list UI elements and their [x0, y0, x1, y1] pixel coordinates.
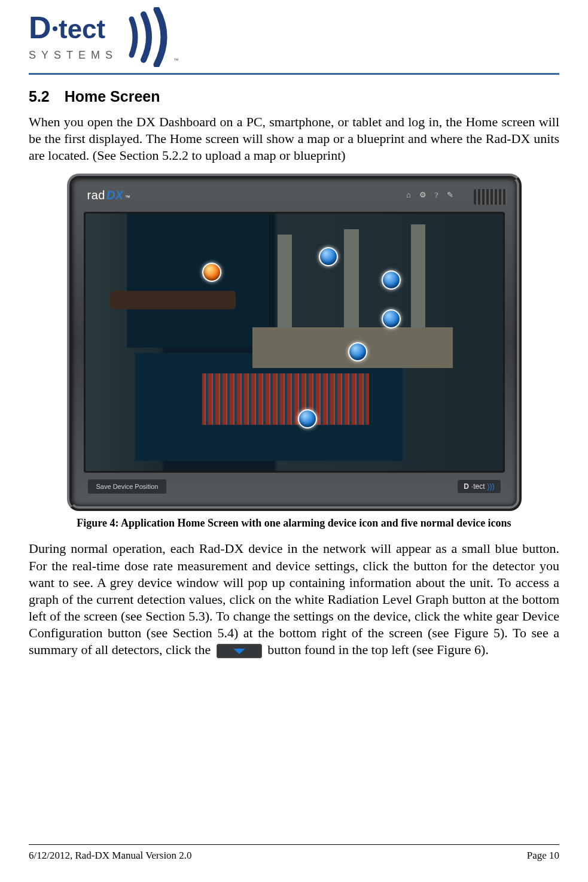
figure-caption: Figure 4: Application Home Screen with o…	[67, 517, 522, 530]
top-icon-row: ⌂ ⚙ ? ✎	[406, 190, 453, 200]
home-icon[interactable]: ⌂	[406, 190, 411, 200]
rad-dx-logo: radDX™	[87, 188, 131, 202]
app-topbar: radDX™ ⌂ ⚙ ? ✎	[84, 184, 505, 206]
dtect-logo-svg: D tect SYSTEMS ™	[29, 7, 184, 67]
svg-text:™: ™	[173, 57, 179, 63]
paragraph-2: During normal operation, each Rad-DX dev…	[29, 540, 559, 658]
inline-summary-button[interactable]	[217, 644, 262, 658]
device-marker-alarm[interactable]	[202, 263, 221, 282]
help-icon[interactable]: ?	[435, 190, 438, 200]
device-marker-2[interactable]	[382, 270, 401, 290]
device-marker-3[interactable]	[382, 309, 401, 329]
app-bottom-bar: Save Device Position D·tect )))	[84, 474, 505, 499]
svg-point-1	[53, 26, 57, 31]
page-header: D tect SYSTEMS ™	[29, 0, 559, 75]
svg-text:D: D	[29, 10, 51, 45]
app-frame: radDX™ ⌂ ⚙ ? ✎	[67, 174, 522, 511]
section-heading: 5.2 Home Screen	[29, 88, 559, 105]
section-title: Home Screen	[65, 88, 160, 105]
page-footer: 6/12/2012, Rad-DX Manual Version 2.0 Pag…	[29, 844, 559, 862]
dtect-mini-logo: D·tect )))	[457, 479, 501, 494]
save-device-position-button[interactable]: Save Device Position	[87, 479, 167, 494]
paragraph-1: When you open the DX Dashboard on a PC, …	[29, 114, 559, 164]
chevron-down-icon	[233, 649, 245, 654]
vent-grille	[474, 189, 507, 205]
map-area[interactable]	[84, 212, 505, 473]
section-number: 5.2	[29, 88, 50, 105]
gear-icon[interactable]: ⚙	[419, 190, 426, 200]
footer-right: Page 10	[527, 850, 559, 862]
footer-left: 6/12/2012, Rad-DX Manual Version 2.0	[29, 850, 192, 862]
edit-icon[interactable]: ✎	[447, 190, 453, 200]
figure-4: radDX™ ⌂ ⚙ ? ✎	[67, 174, 522, 530]
dtect-logo: D tect SYSTEMS ™	[29, 7, 559, 67]
svg-text:SYSTEMS: SYSTEMS	[29, 49, 118, 61]
svg-text:tect: tect	[59, 14, 106, 44]
